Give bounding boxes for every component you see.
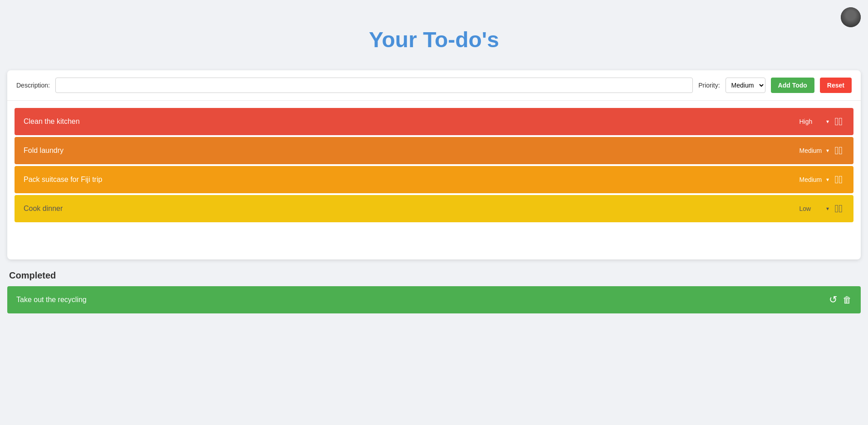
todo-priority-select[interactable]: High Medium Low bbox=[799, 147, 829, 154]
description-input[interactable] bbox=[55, 78, 693, 93]
todo-item-right: High Medium Low ✔⃝ bbox=[799, 145, 844, 156]
todo-item-right: High Medium Low ✔⃝ bbox=[799, 174, 844, 185]
page-title: Your To-do's bbox=[0, 0, 868, 70]
user-avatar[interactable] bbox=[841, 7, 861, 27]
completed-item-right: ↺ 🗑 bbox=[829, 295, 852, 305]
todo-item-right: High Medium Low ✔⃝ bbox=[799, 116, 844, 127]
priority-select[interactable]: High Medium Low bbox=[726, 78, 765, 93]
todo-priority-wrapper: High Medium Low bbox=[799, 176, 829, 183]
complete-button[interactable]: ✔⃝ bbox=[833, 145, 844, 156]
todo-item: Fold laundry High Medium Low ✔⃝ bbox=[15, 137, 853, 164]
todo-priority-wrapper: High Medium Low bbox=[799, 147, 829, 154]
todo-text: Pack suitcase for Fiji trip bbox=[24, 176, 102, 184]
add-todo-form: Description: Priority: High Medium Low A… bbox=[7, 70, 861, 101]
complete-button[interactable]: ✔⃝ bbox=[833, 116, 844, 127]
todo-item: Clean the kitchen High Medium Low ✔⃝ bbox=[15, 108, 853, 135]
description-label: Description: bbox=[16, 82, 50, 89]
completed-text: Take out the recycling bbox=[16, 296, 87, 304]
todo-text: Clean the kitchen bbox=[24, 117, 80, 126]
todo-item: Pack suitcase for Fiji trip High Medium … bbox=[15, 166, 853, 193]
avatar-image bbox=[841, 7, 861, 27]
main-container: Description: Priority: High Medium Low A… bbox=[7, 70, 861, 259]
delete-button[interactable]: 🗑 bbox=[843, 295, 852, 304]
todo-item: Cook dinner High Medium Low ✔⃝ bbox=[15, 195, 853, 222]
completed-section-title: Completed bbox=[7, 270, 861, 281]
todo-priority-select[interactable]: High Medium Low bbox=[799, 205, 829, 212]
todo-priority-select[interactable]: High Medium Low bbox=[799, 176, 829, 183]
todo-text: Fold laundry bbox=[24, 147, 64, 155]
todo-priority-wrapper: High Medium Low bbox=[799, 118, 829, 125]
restore-button[interactable]: ↺ bbox=[829, 295, 837, 305]
priority-label: Priority: bbox=[698, 82, 720, 89]
add-todo-button[interactable]: Add Todo bbox=[771, 78, 814, 93]
complete-button[interactable]: ✔⃝ bbox=[833, 203, 844, 214]
todo-priority-wrapper: High Medium Low bbox=[799, 205, 829, 212]
todo-text: Cook dinner bbox=[24, 205, 63, 213]
completed-item: Take out the recycling ↺ 🗑 bbox=[7, 286, 861, 313]
todo-priority-select[interactable]: High Medium Low bbox=[799, 118, 829, 125]
completed-section: Completed Take out the recycling ↺ 🗑 bbox=[7, 270, 861, 313]
todo-list: Clean the kitchen High Medium Low ✔⃝ Fol… bbox=[7, 101, 861, 259]
todo-item-right: High Medium Low ✔⃝ bbox=[799, 203, 844, 214]
reset-button[interactable]: Reset bbox=[820, 78, 852, 93]
complete-button[interactable]: ✔⃝ bbox=[833, 174, 844, 185]
